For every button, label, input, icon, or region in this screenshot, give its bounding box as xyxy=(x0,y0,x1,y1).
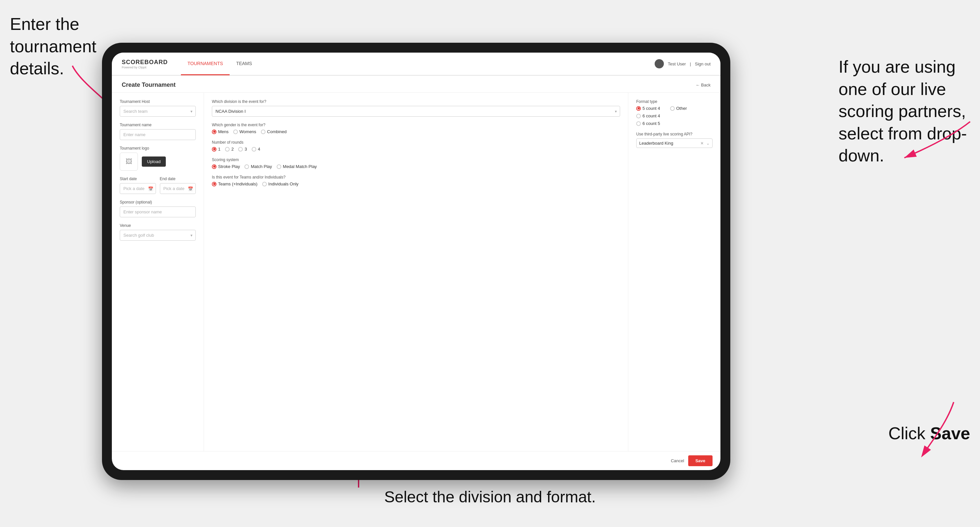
image-icon: 🖼 xyxy=(126,158,132,165)
start-date-wrapper: 📅 xyxy=(120,183,156,194)
sponsor-label: Sponsor (optional) xyxy=(120,200,196,205)
division-label: Which division is the event for? xyxy=(212,99,620,104)
individuals-radio[interactable] xyxy=(262,182,267,186)
end-date-label: End date xyxy=(160,176,196,181)
rounds-1[interactable]: 1 xyxy=(212,147,220,152)
cancel-button[interactable]: Cancel xyxy=(671,458,684,463)
venue-wrapper xyxy=(120,230,196,241)
page-content: Create Tournament ← Back Tournament Host xyxy=(112,76,721,470)
teams-radio[interactable] xyxy=(212,182,216,186)
gender-combined-label: Combined xyxy=(267,129,286,134)
division-select[interactable]: NCAA Division I xyxy=(212,106,620,117)
scoring-label: Scoring system xyxy=(212,157,620,162)
scoring-match-label: Match Play xyxy=(251,164,272,169)
rounds-label: Number of rounds xyxy=(212,140,620,144)
format-5count4-label: 5 count 4 xyxy=(643,106,660,111)
rounds-2[interactable]: 2 xyxy=(225,147,234,152)
gender-womens-radio[interactable] xyxy=(233,130,238,134)
scoring-stroke-radio[interactable] xyxy=(212,164,216,169)
format-other[interactable]: Other xyxy=(670,106,687,111)
logo-text: SCOREBOARD xyxy=(122,59,168,66)
page-title: Create Tournament xyxy=(122,81,176,89)
scoring-medal-radio[interactable] xyxy=(277,164,281,169)
user-name: Test User xyxy=(668,62,686,67)
rounds-4[interactable]: 4 xyxy=(252,147,260,152)
scoring-stroke-label: Stroke Play xyxy=(218,164,240,169)
individuals-only[interactable]: Individuals Only xyxy=(262,181,299,186)
calendar-icon: 📅 xyxy=(148,186,153,191)
format-5count4[interactable]: 5 count 4 xyxy=(636,106,660,111)
tablet-screen: SCOREBOARD Powered by Clippit TOURNAMENT… xyxy=(112,52,721,470)
rounds-3-radio[interactable] xyxy=(238,147,243,152)
gender-group: Which gender is the event for? Mens Wome… xyxy=(212,123,620,134)
nav-right: Test User | Sign out xyxy=(655,59,711,68)
rounds-3[interactable]: 3 xyxy=(238,147,247,152)
save-button[interactable]: Save xyxy=(688,456,713,466)
rounds-1-radio[interactable] xyxy=(212,147,216,152)
end-date-wrapper: 📅 xyxy=(160,183,196,194)
teams-plus-individuals[interactable]: Teams (+Individuals) xyxy=(212,181,258,186)
nav-tournaments[interactable]: TOURNAMENTS xyxy=(181,52,230,75)
rounds-4-radio[interactable] xyxy=(252,147,256,152)
nav-teams[interactable]: TEAMS xyxy=(230,52,259,75)
gender-combined[interactable]: Combined xyxy=(261,129,286,134)
rounds-2-radio[interactable] xyxy=(225,147,230,152)
format-6count4-radio[interactable] xyxy=(636,114,641,118)
logo-upload-area: 🖼 Upload xyxy=(120,152,196,171)
scoring-match-radio[interactable] xyxy=(244,164,249,169)
gender-combined-radio[interactable] xyxy=(261,130,266,134)
back-button[interactable]: ← Back xyxy=(695,83,711,87)
format-6count5-radio[interactable] xyxy=(636,121,641,126)
scoring-stroke[interactable]: Stroke Play xyxy=(212,164,240,169)
scoring-medal[interactable]: Medal Match Play xyxy=(277,164,317,169)
individuals-label: Individuals Only xyxy=(269,181,299,186)
page-header: Create Tournament ← Back xyxy=(112,76,721,93)
format-other-radio[interactable] xyxy=(670,106,675,111)
date-row: Start date 📅 End date 📅 xyxy=(120,176,196,200)
api-chevron-icon[interactable]: ⌄ xyxy=(706,141,710,146)
gender-mens-label: Mens xyxy=(218,129,229,134)
start-date-label: Start date xyxy=(120,176,156,181)
api-field[interactable]: Leaderboard King ✕ ⌄ xyxy=(636,138,713,148)
gender-mens[interactable]: Mens xyxy=(212,129,229,134)
navbar: SCOREBOARD Powered by Clippit TOURNAMENT… xyxy=(112,52,721,76)
teams-radio-group: Teams (+Individuals) Individuals Only xyxy=(212,181,620,186)
tournament-host-input[interactable] xyxy=(120,106,196,117)
scoring-radio-group: Stroke Play Match Play Medal Match Play xyxy=(212,164,620,169)
format-6count4[interactable]: 6 count 4 xyxy=(636,113,660,118)
format-radio-group: 5 count 4 6 count 4 6 count 5 xyxy=(636,106,660,126)
tournament-name-input[interactable] xyxy=(120,129,196,140)
annotation-click-pre: Click xyxy=(888,424,930,443)
sponsor-input[interactable] xyxy=(120,206,196,217)
nav-items: TOURNAMENTS TEAMS xyxy=(181,52,655,75)
calendar-icon-end: 📅 xyxy=(188,186,193,191)
tournament-logo-group: Tournament logo 🖼 Upload xyxy=(120,146,196,171)
gender-womens-label: Womens xyxy=(240,129,256,134)
upload-button[interactable]: Upload xyxy=(142,157,166,167)
nav-separator: | xyxy=(690,62,691,67)
api-clear-icon[interactable]: ✕ xyxy=(700,141,704,146)
format-6count4-label: 6 count 4 xyxy=(643,113,660,118)
form-footer: Cancel Save xyxy=(112,451,721,470)
gender-mens-radio[interactable] xyxy=(212,130,216,134)
teams-label-text: Teams (+Individuals) xyxy=(218,181,258,186)
scoring-match[interactable]: Match Play xyxy=(244,164,272,169)
signout-link[interactable]: Sign out xyxy=(695,62,711,67)
rounds-group: Number of rounds 1 2 xyxy=(212,140,620,152)
format-type-wrapper: 5 count 4 6 count 4 6 count 5 xyxy=(636,106,713,126)
gender-radio-group: Mens Womens Combined xyxy=(212,129,620,134)
logo-sub: Powered by Clippit xyxy=(122,66,168,69)
format-5count4-radio[interactable] xyxy=(636,106,641,111)
tournament-name-label: Tournament name xyxy=(120,123,196,127)
logo-preview: 🖼 xyxy=(120,152,138,171)
tournament-host-wrapper xyxy=(120,106,196,117)
annotation-save-word: Save xyxy=(930,424,970,443)
end-date-group: End date 📅 xyxy=(160,176,196,194)
api-group: Use third-party live scoring API? Leader… xyxy=(636,132,713,148)
scoring-medal-label: Medal Match Play xyxy=(283,164,317,169)
gender-womens[interactable]: Womens xyxy=(233,129,256,134)
venue-input[interactable] xyxy=(120,230,196,241)
format-6count5[interactable]: 6 count 5 xyxy=(636,121,660,126)
tablet-frame: SCOREBOARD Powered by Clippit TOURNAMENT… xyxy=(102,43,730,480)
api-field-actions: ✕ ⌄ xyxy=(700,141,710,146)
